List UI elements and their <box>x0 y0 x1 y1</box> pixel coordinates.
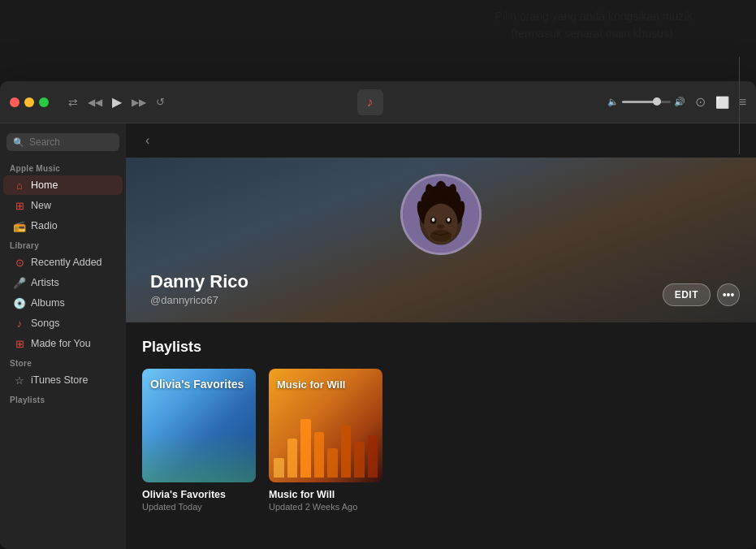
olivias-favorites-overlay-text: Olivia's Favorites <box>150 378 244 391</box>
will-label: Music for Will <box>277 377 374 391</box>
search-input[interactable] <box>29 136 113 148</box>
lyrics-icon[interactable]: ⬜ <box>715 96 729 109</box>
store-section-label: Store <box>0 354 126 370</box>
close-button[interactable] <box>10 97 19 107</box>
volume-slider[interactable]: 🔈 🔊 <box>607 97 685 107</box>
sidebar-item-songs[interactable]: ♪ Songs <box>3 313 123 333</box>
profile-banner: Danny Rico @dannyrico67 EDIT ••• <box>126 158 756 322</box>
edit-button[interactable]: EDIT <box>663 283 711 306</box>
svg-point-11 <box>432 218 435 222</box>
sidebar-item-recently-added[interactable]: ⊙ Recently Added <box>3 253 123 272</box>
profile-handle: @dannyrico67 <box>150 294 732 306</box>
music-for-will-overlay-text: Music for Will <box>277 378 345 391</box>
playlist-name-music-for-will: Music for Will <box>269 489 382 500</box>
minimize-button[interactable] <box>24 97 34 107</box>
play-button[interactable]: ▶ <box>112 94 122 110</box>
sidebar-item-radio[interactable]: 📻 Radio <box>3 216 123 236</box>
will-bars <box>274 413 378 478</box>
playlist-updated-music-for-will: Updated 2 Weeks Ago <box>269 502 382 512</box>
titlebar: ⇄ ◀◀ ▶ ▶▶ ↺ ♪ 🔈 🔊 ⊙ ⬜ ≡ <box>0 81 756 123</box>
main-layout: 🔍 Apple Music ⌂ Home ⊞ New 📻 Radio Libra… <box>0 123 756 549</box>
itunes-store-icon: ☆ <box>13 374 26 387</box>
tooltip-text: Pilih orang yang anda kongsikan muzik (t… <box>495 10 693 40</box>
profile-avatar-area <box>400 174 482 255</box>
sidebar-item-itunes-store[interactable]: ☆ iTunes Store <box>3 370 123 390</box>
sidebar-item-home-label: Home <box>31 179 58 191</box>
tooltip-container: Pilih orang yang anda kongsikan muzik (t… <box>480 8 707 42</box>
svg-point-13 <box>437 224 444 229</box>
back-button[interactable]: ‹ <box>139 130 156 151</box>
library-section-label: Library <box>0 236 126 252</box>
now-playing-icon[interactable]: ♪ <box>357 89 383 115</box>
sidebar-item-albums[interactable]: 💿 Albums <box>3 293 123 313</box>
playlists-grid: Olivia's Favorites Olivia's Favorites Up… <box>142 369 740 512</box>
playlist-artwork-music-for-will: Music for Will <box>269 369 382 482</box>
svg-point-12 <box>447 218 451 222</box>
sidebar-item-artists-label: Artists <box>31 277 59 288</box>
sidebar-item-radio-label: Radio <box>31 220 58 231</box>
playlist-card-olivias-favorites[interactable]: Olivia's Favorites Olivia's Favorites Up… <box>142 369 256 512</box>
sidebar-item-songs-label: Songs <box>31 318 59 329</box>
playlists-section: Playlists Olivia's Favorites Olivia's Fa… <box>126 322 756 528</box>
more-button[interactable]: ••• <box>717 283 740 306</box>
playlists-section-title: Playlists <box>142 339 740 356</box>
albums-icon: 💿 <box>13 296 26 309</box>
sidebar: 🔍 Apple Music ⌂ Home ⊞ New 📻 Radio Libra… <box>0 123 126 549</box>
artists-icon: 🎤 <box>13 276 26 289</box>
more-icon: ••• <box>723 288 735 301</box>
radio-icon: 📻 <box>13 219 26 232</box>
traffic-lights <box>10 97 49 107</box>
tooltip-line <box>739 57 740 154</box>
next-button[interactable]: ▶▶ <box>132 97 146 108</box>
playlists-section-label: Playlists <box>0 391 126 406</box>
search-icon: 🔍 <box>13 137 24 148</box>
new-icon: ⊞ <box>13 199 26 212</box>
airplay-icon[interactable]: ⊙ <box>695 94 706 110</box>
sidebar-item-new-label: New <box>31 200 51 211</box>
playlist-artwork-olivias-favorites: Olivia's Favorites <box>142 369 256 482</box>
recently-added-icon: ⊙ <box>13 256 26 269</box>
playlist-updated-olivias-favorites: Updated Today <box>142 502 256 512</box>
playlist-card-music-for-will[interactable]: Music for Will <box>269 369 382 512</box>
queue-icon[interactable]: ≡ <box>739 95 746 110</box>
sidebar-item-home[interactable]: ⌂ Home <box>3 175 123 195</box>
sidebar-item-albums-label: Albums <box>31 297 65 309</box>
sidebar-item-recently-added-label: Recently Added <box>31 257 102 268</box>
svg-point-5 <box>434 181 447 202</box>
svg-point-14 <box>430 230 451 242</box>
sidebar-item-made-for-you[interactable]: ⊞ Made for You <box>3 334 123 353</box>
profile-name: Danny Rico <box>150 271 732 292</box>
prev-button[interactable]: ◀◀ <box>88 97 102 108</box>
profile-actions: EDIT ••• <box>663 283 740 306</box>
content-header: ‹ <box>126 123 756 158</box>
sidebar-item-artists[interactable]: 🎤 Artists <box>3 273 123 292</box>
sidebar-item-new[interactable]: ⊞ New <box>3 196 123 215</box>
avatar <box>400 174 482 255</box>
playback-controls: ⇄ ◀◀ ▶ ▶▶ ↺ <box>68 94 165 110</box>
sidebar-item-made-for-you-label: Made for You <box>31 338 91 349</box>
apple-music-section-label: Apple Music <box>0 159 126 175</box>
sidebar-item-itunes-store-label: iTunes Store <box>31 374 88 386</box>
playlist-name-olivias-favorites: Olivia's Favorites <box>142 489 256 500</box>
search-box[interactable]: 🔍 <box>6 133 119 151</box>
playlist-label-overlay-olivia: Olivia's Favorites <box>150 377 248 391</box>
songs-icon: ♪ <box>13 317 26 330</box>
maximize-button[interactable] <box>39 97 49 107</box>
app-window: ⇄ ◀◀ ▶ ▶▶ ↺ ♪ 🔈 🔊 ⊙ ⬜ ≡ <box>0 81 756 549</box>
profile-info: Danny Rico @dannyrico67 <box>150 271 732 306</box>
toolbar-center: ♪ <box>357 89 400 115</box>
repeat-button[interactable]: ↺ <box>156 96 165 108</box>
home-icon: ⌂ <box>13 179 26 192</box>
content-area: ‹ <box>126 123 756 549</box>
made-for-you-icon: ⊞ <box>13 337 26 350</box>
shuffle-button[interactable]: ⇄ <box>68 96 78 109</box>
toolbar-right: 🔈 🔊 ⊙ ⬜ ≡ <box>607 94 746 110</box>
